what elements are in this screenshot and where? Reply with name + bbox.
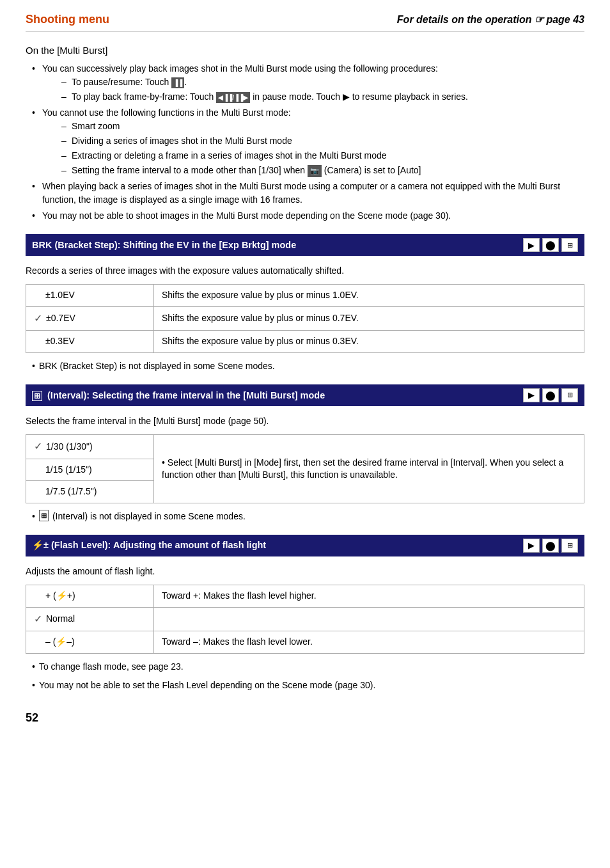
brk-bar-title: BRK (Bracket Step): Shifting the EV in t… bbox=[32, 240, 296, 250]
table-row: ✓ ±0.3EV Shifts the exposure value by pl… bbox=[26, 331, 584, 353]
grid-icon-box: ⊞ bbox=[561, 238, 578, 252]
brk-table: ✓ ±1.0EV Shifts the exposure value by pl… bbox=[26, 284, 584, 353]
operation-ref: For details on the operation ☞ page 43 bbox=[397, 13, 584, 26]
table-row: ✓ ±1.0EV Shifts the exposure value by pl… bbox=[26, 285, 584, 307]
prev-icon: ◀▐▐/▐▐▶ bbox=[216, 92, 250, 103]
flash-description: Adjusts the amount of flash light. bbox=[26, 564, 584, 578]
brk-val-1: Shifts the exposure value by plus or min… bbox=[154, 285, 584, 307]
interval-section-bar: ⊞ (Interval): Selecting the frame interv… bbox=[26, 384, 584, 406]
interval-val-1: • Select [Multi Burst] in [Mode] first, … bbox=[154, 435, 584, 503]
brk-section-bar: BRK (Bracket Step): Shifting the EV in t… bbox=[26, 234, 584, 256]
interval-bar-title: ⊞ (Interval): Selecting the frame interv… bbox=[32, 390, 325, 400]
page-header: Shooting menu For details on the operati… bbox=[26, 13, 584, 32]
flash-key-1: ✓ + (⚡+) bbox=[26, 585, 154, 608]
checkmark-icon: ✓ bbox=[34, 439, 42, 454]
interval-key-2: ✓ 1/15 (1/15") bbox=[26, 459, 154, 481]
flash-note-1: To change flash mode, see page 23. bbox=[32, 660, 584, 674]
brk-description: Records a series of three images with th… bbox=[26, 264, 584, 278]
flash-section-bar: ⚡± (Flash Level): Adjusting the amount o… bbox=[26, 535, 584, 556]
checkmark-icon: ✓ bbox=[34, 612, 42, 626]
flash-bar-icons: ▶ ⬤ ⊞ bbox=[523, 539, 578, 553]
interval-note-icon: ⊞ bbox=[39, 510, 49, 522]
camera-icon-box-3: ⬤ bbox=[542, 539, 559, 553]
dash-extracting: Extracting or deleting a frame in a seri… bbox=[61, 149, 584, 162]
camera-icon-box-2: ⬤ bbox=[542, 388, 559, 402]
flash-key-2: ✓ Normal bbox=[26, 607, 154, 631]
interval-note-text: (Interval) is not displayed in some Scen… bbox=[52, 510, 246, 523]
brk-bar-icons: ▶ ⬤ ⊞ bbox=[523, 238, 578, 252]
table-row: ✓ – (⚡–) Toward –: Makes the flash level… bbox=[26, 631, 584, 654]
dash-smart-zoom: Smart zoom bbox=[61, 120, 584, 133]
dash-list-2: Smart zoom Dividing a series of images s… bbox=[61, 120, 584, 177]
multi-burst-heading: On the [Multi Burst] bbox=[26, 45, 584, 56]
play-icon-box: ▶ bbox=[523, 238, 540, 252]
flash-bar-title: ⚡± (Flash Level): Adjusting the amount o… bbox=[32, 540, 266, 551]
play-icon-box-3: ▶ bbox=[523, 539, 540, 553]
brk-key-1: ✓ ±1.0EV bbox=[26, 285, 154, 307]
interval-note: ⊞ (Interval) is not displayed in some Sc… bbox=[32, 510, 584, 523]
brk-val-2: Shifts the exposure value by plus or min… bbox=[154, 306, 584, 330]
grid-icon-box-3: ⊞ bbox=[561, 539, 578, 553]
interval-key-1: ✓ 1/30 (1/30") bbox=[26, 435, 154, 459]
camera-icon-box: ⬤ bbox=[542, 238, 559, 252]
interval-icon: ⊞ bbox=[32, 391, 42, 401]
flash-val-3: Toward –: Makes the flash level lower. bbox=[154, 631, 584, 654]
brk-key-2: ✓ ±0.7EV bbox=[26, 306, 154, 330]
brk-val-3: Shifts the exposure value by plus or min… bbox=[154, 331, 584, 353]
interval-key-3: ✓ 1/7.5 (1/7.5") bbox=[26, 481, 154, 503]
interval-bar-icons: ▶ ⬤ ⊞ bbox=[523, 388, 578, 402]
bullet-scene-mode: You may not be able to shoot images in t… bbox=[32, 209, 584, 223]
pause-icon: ▐▐ bbox=[171, 77, 184, 88]
bullet-computer-playback: When playing back a series of images sho… bbox=[32, 180, 584, 207]
flash-table: ✓ + (⚡+) Toward +: Makes the flash level… bbox=[26, 585, 584, 654]
flash-note-2: You may not be able to set the Flash Lev… bbox=[32, 679, 584, 692]
brk-note: BRK (Bracket Step) is not displayed in s… bbox=[32, 359, 584, 373]
page-number: 52 bbox=[26, 711, 584, 725]
table-row: ✓ + (⚡+) Toward +: Makes the flash level… bbox=[26, 585, 584, 608]
camera-icon-inline: 📷 bbox=[308, 165, 322, 177]
play-icon-box-2: ▶ bbox=[523, 388, 540, 402]
flash-key-3: ✓ – (⚡–) bbox=[26, 631, 154, 654]
table-row: ✓ 1/30 (1/30") • Select [Multi Burst] in… bbox=[26, 435, 584, 459]
dash-list-1: To pause/resume: Touch ▐▐. To play back … bbox=[61, 75, 584, 104]
interval-description: Selects the frame interval in the [Multi… bbox=[26, 414, 584, 428]
bullet-playback: You can successively play back images sh… bbox=[32, 62, 584, 104]
table-row: ✓ Normal bbox=[26, 607, 584, 631]
table-row: ✓ ±0.7EV Shifts the exposure value by pl… bbox=[26, 306, 584, 330]
interval-table: ✓ 1/30 (1/30") • Select [Multi Burst] in… bbox=[26, 434, 584, 503]
brk-key-3: ✓ ±0.3EV bbox=[26, 331, 154, 353]
shooting-menu-title: Shooting menu bbox=[26, 13, 109, 26]
multi-burst-section: On the [Multi Burst] You can successivel… bbox=[26, 45, 584, 223]
flash-val-1: Toward +: Makes the flash level higher. bbox=[154, 585, 584, 608]
main-bullet-list: You can successively play back images sh… bbox=[32, 62, 584, 223]
flash-val-2 bbox=[154, 607, 584, 631]
dash-pause: To pause/resume: Touch ▐▐. bbox=[61, 75, 584, 89]
dash-frame-interval: Setting the frame interval to a mode oth… bbox=[61, 164, 584, 177]
bullet-cannot-use: You cannot use the following functions i… bbox=[32, 106, 584, 177]
grid-icon-box-2: ⊞ bbox=[561, 388, 578, 402]
checkmark-icon: ✓ bbox=[34, 312, 42, 326]
dash-dividing: Dividing a series of images shot in the … bbox=[61, 134, 584, 148]
dash-frame: To play back frame-by-frame: Touch ◀▐▐/▐… bbox=[61, 90, 584, 104]
